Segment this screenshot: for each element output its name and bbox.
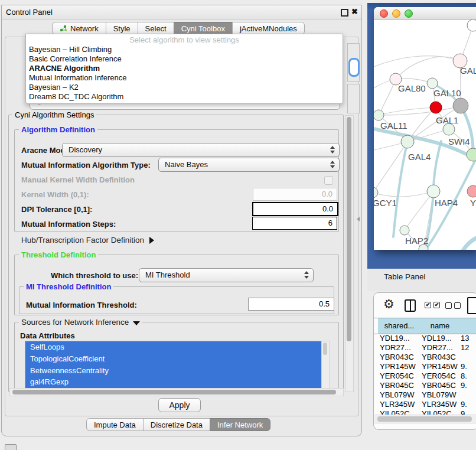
network-node-gal1[interactable] [443, 123, 455, 135]
select-all-checkboxes-icon[interactable]: ✔✔ [425, 302, 440, 308]
table-cell[interactable]: YBR043C [422, 353, 456, 362]
algorithm-option[interactable]: Dream8 DC_TDC Algorithm [26, 92, 343, 102]
table-cell[interactable]: YBR045C [380, 381, 414, 390]
column-header[interactable]: shared... [378, 318, 421, 334]
sources-expander[interactable]: Sources for Network Inference [19, 318, 142, 327]
network-node-gcy1[interactable] [374, 187, 378, 198]
mi-threshold-field[interactable]: 0.5 [248, 298, 334, 311]
mi-algorithm-type-select[interactable]: Naive Bayes [158, 158, 340, 172]
column-header[interactable] [459, 318, 476, 334]
hub-definition-expander[interactable]: Hub/Transcription Factor Definition [21, 236, 154, 244]
gear-icon[interactable]: ⚙ [383, 298, 395, 310]
aracne-mode-select[interactable]: Discovery [62, 143, 340, 157]
kernel-width-field[interactable]: 0.0 [253, 188, 337, 201]
table-cell[interactable]: YBR045C [422, 381, 456, 390]
table-cell[interactable]: YDL19... [422, 334, 452, 343]
attribute-item[interactable]: SelfLoops [25, 341, 322, 353]
algorithm-option[interactable]: Bayesian – Hill Climbing [26, 45, 343, 54]
table-row[interactable]: YBR045CYBR045C9. [374, 381, 476, 390]
attribute-item[interactable]: BetweennessCentrality [25, 365, 322, 377]
table-cell[interactable]: YDR27... [422, 343, 453, 353]
settings-horizontal-scrollbar[interactable] [9, 388, 344, 396]
table-cell[interactable]: YIL052C [422, 409, 452, 415]
network-edge[interactable] [374, 56, 460, 69]
network-node-gal10[interactable] [427, 78, 438, 89]
table-cell[interactable]: YBL079W [380, 390, 415, 400]
table-horizontal-scrollbar-thumb[interactable] [377, 416, 472, 422]
zoom-traffic-light-icon[interactable] [405, 9, 413, 18]
network-node[interactable] [453, 98, 468, 113]
manual-kernel-width-checkbox[interactable] [324, 176, 333, 185]
tab-network[interactable]: Network [52, 22, 106, 35]
columns-icon[interactable] [405, 299, 416, 312]
dpi-tolerance-field[interactable]: 0.0 [252, 202, 338, 216]
algorithm-option[interactable]: Bayesian – K2 [26, 83, 343, 92]
apply-button[interactable]: Apply [158, 398, 201, 412]
table-row[interactable]: YBR043CYBR043C [374, 353, 476, 362]
network-canvas[interactable]: GALGAL80GAL10GAL1GAL11GAL4SWI4GCY1HAP4YH… [374, 19, 476, 250]
table-cell[interactable]: YBL079W [422, 390, 457, 400]
table-horizontal-scrollbar[interactable] [374, 415, 476, 423]
table-row[interactable]: YDL19...YDL19...13 [374, 334, 476, 343]
tab-style[interactable]: Style [106, 22, 138, 35]
table-row[interactable]: YER054CYER054C8. [374, 371, 476, 381]
attribute-item[interactable]: gal4RGexp [25, 376, 322, 388]
settings-vertical-scrollbar[interactable] [345, 115, 354, 392]
table-cell[interactable]: 9. [461, 400, 467, 409]
data-attributes-list[interactable]: SelfLoopsTopologicalCoefficientBetweenne… [25, 341, 322, 389]
export-table-icon[interactable] [467, 297, 476, 314]
minimize-traffic-light-icon[interactable] [392, 9, 400, 18]
dock-icon[interactable] [5, 444, 17, 450]
table-cell[interactable]: YDR27... [380, 343, 411, 353]
table-cell[interactable]: YLR345W [422, 400, 457, 409]
tab-select[interactable]: Select [138, 22, 174, 35]
network-window-titlebar[interactable] [374, 7, 476, 20]
close-traffic-light-icon[interactable] [380, 9, 388, 18]
settings-horizontal-scrollbar-thumb[interactable] [12, 390, 336, 394]
network-edge[interactable] [396, 57, 460, 79]
network-node-swi4[interactable] [467, 148, 476, 161]
table-cell[interactable]: YBR043C [380, 353, 414, 362]
table-cell[interactable]: 8. [461, 371, 467, 381]
network-edge[interactable] [461, 235, 476, 250]
tab-impute-data[interactable]: Impute Data [86, 418, 144, 431]
which-threshold-select[interactable]: MI Threshold [139, 268, 314, 282]
attributes-list-scrollbar[interactable] [321, 341, 330, 389]
split-pane-collapse-icon[interactable] [357, 217, 360, 221]
table-cell[interactable]: YER054C [380, 371, 414, 381]
column-header[interactable]: name [420, 318, 460, 334]
tab-cyni-toolbox[interactable]: Cyni Toolbox [174, 22, 233, 35]
mi-steps-field[interactable]: 6 [252, 217, 337, 230]
table-row[interactable]: YIL052CYIL052C9. [374, 409, 476, 415]
network-node-gal11[interactable] [374, 110, 384, 120]
network-node-hap2[interactable] [400, 226, 409, 235]
table-cell[interactable]: 9. [461, 362, 467, 371]
network-node-gal4[interactable] [401, 135, 414, 148]
table-cell[interactable]: YLR345W [380, 400, 415, 409]
table-cell[interactable]: 9. [461, 409, 467, 415]
network-node-y[interactable] [467, 185, 476, 197]
table-row[interactable]: YBL079WYBL079W [374, 390, 476, 400]
tab-jactivemnodules[interactable]: jActiveMNodules [232, 22, 305, 35]
attribute-item[interactable]: TopologicalCoefficient [25, 353, 322, 365]
network-edge[interactable] [393, 142, 407, 237]
algorithm-option[interactable]: ARACNE Algorithm [26, 64, 343, 73]
table-cell[interactable]: YPR145W [422, 362, 458, 371]
table-cell[interactable]: YPR145W [380, 362, 416, 371]
algorithm-option[interactable]: Mutual Information Inference [26, 73, 343, 83]
network-node[interactable] [430, 102, 442, 113]
close-icon[interactable]: ✖ [351, 7, 358, 16]
table-cell[interactable]: YDL19... [380, 334, 410, 343]
table-cell[interactable]: 12 [461, 343, 469, 353]
attributes-list-scrollbar-thumb[interactable] [323, 343, 327, 355]
float-window-icon[interactable] [341, 9, 348, 17]
table-cell[interactable]: 9. [461, 381, 467, 390]
table-cell[interactable]: YIL052C [380, 409, 410, 415]
algorithm-option[interactable]: Basic Correlation Inference [26, 54, 343, 64]
deselect-all-checkboxes-icon[interactable] [445, 302, 461, 309]
network-edge[interactable] [374, 191, 433, 197]
table-row[interactable]: YPR145WYPR145W9. [374, 362, 476, 371]
table-row[interactable]: YDR27...YDR27...12 [374, 343, 476, 353]
table-row[interactable]: YLR345WYLR345W9. [374, 400, 476, 409]
tab-discretize-data[interactable]: Discretize Data [143, 418, 210, 431]
